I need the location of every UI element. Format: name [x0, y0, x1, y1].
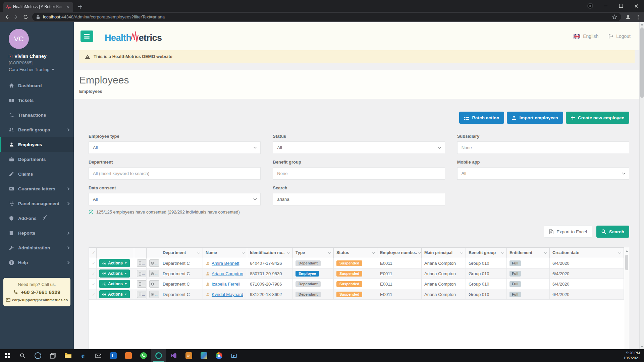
mobile-status-button[interactable]: ...	[137, 291, 147, 298]
consent-status-button[interactable]: ...	[149, 259, 159, 267]
status-select[interactable]: All	[273, 141, 445, 154]
notes-app-icon[interactable]	[181, 349, 196, 362]
identification-column-header[interactable]: Identification nu..	[247, 248, 293, 258]
system-tray[interactable]: 5:20 PM 19/7/2021	[624, 349, 644, 362]
minimize-button[interactable]	[598, 0, 613, 12]
scroll-up-icon[interactable]	[641, 23, 643, 25]
employee-name-link[interactable]: Amira Bennett	[212, 261, 239, 266]
cortana-button[interactable]	[30, 349, 45, 362]
scroll-up-icon[interactable]	[626, 250, 628, 252]
app-l-icon[interactable]: L	[106, 349, 121, 362]
main-principal-column-header[interactable]: Main principal	[422, 248, 466, 258]
movies-app-icon[interactable]	[226, 349, 241, 362]
whatsapp-icon[interactable]	[136, 349, 151, 362]
pycharm-icon[interactable]	[196, 349, 211, 362]
employee-name-link[interactable]: Kyndal Maynard	[212, 292, 243, 297]
page-scrollbar[interactable]	[639, 22, 644, 349]
file-explorer-icon[interactable]	[60, 349, 75, 362]
sidebar-item-panel-management[interactable]: Panel management	[0, 196, 74, 211]
active-browser-icon[interactable]	[151, 349, 166, 362]
employee-name-link[interactable]: Izabella Ferrell	[212, 282, 240, 287]
row-checkbox[interactable]	[89, 279, 97, 289]
browser-menu-icon[interactable]	[634, 13, 642, 21]
status-column-header[interactable]: Status	[334, 248, 377, 258]
export-to-excel-button[interactable]: Export to Excel	[544, 226, 592, 238]
benefit-group-input[interactable]: None	[273, 167, 445, 180]
browser-tab[interactable]: HealthMetrics | A Better Benefits	[3, 2, 73, 12]
entitlement-column-header[interactable]: Entitlement	[507, 248, 550, 258]
mobile-status-button[interactable]: ...	[137, 280, 147, 288]
bookmark-star-icon[interactable]	[612, 14, 617, 19]
sidebar-item-help[interactable]: ? Help	[0, 255, 74, 270]
sidebar-item-benefit-groups[interactable]: Benefit groups	[0, 122, 74, 137]
select-all-checkbox[interactable]	[89, 248, 97, 258]
language-selector[interactable]: English	[574, 34, 598, 39]
sidebar-item-tickets[interactable]: Tickets	[0, 93, 74, 108]
sidebar-item-add-ons[interactable]: Add-ons	[0, 211, 74, 226]
taskbar-search-button[interactable]	[15, 349, 30, 362]
company-selector[interactable]: Cara Fischer Trading	[9, 67, 69, 72]
search-button[interactable]: Search	[596, 226, 629, 238]
consent-status-button[interactable]: ...	[149, 280, 159, 288]
create-new-employee-button[interactable]: Create new employee	[566, 112, 629, 124]
task-view-button[interactable]	[45, 349, 60, 362]
sidebar-item-reports[interactable]: Reports	[0, 226, 74, 240]
mail-icon[interactable]	[91, 349, 106, 362]
page-scroll-thumb[interactable]	[640, 27, 644, 98]
import-employees-button[interactable]: Import employees	[507, 112, 563, 124]
data-consent-select[interactable]: All	[89, 193, 261, 205]
consent-status-button[interactable]: ...	[149, 291, 159, 298]
sidebar-item-guarantee-letters[interactable]: Guarantee letters	[0, 181, 74, 196]
logout-button[interactable]: Logout	[608, 34, 631, 39]
employee-number-column-header[interactable]: Employee numbe..	[377, 248, 422, 258]
forward-icon[interactable]	[11, 12, 21, 22]
name-column-header[interactable]: Name	[203, 248, 247, 258]
row-actions-button[interactable]: Actions	[99, 259, 130, 267]
sidebar-item-transactions[interactable]: Transactions	[0, 108, 74, 122]
row-checkbox[interactable]	[89, 289, 97, 300]
creation-date-column-header[interactable]: Creation date	[550, 248, 624, 258]
sidebar-item-employees[interactable]: Employees	[0, 137, 74, 152]
profile-avatar-icon[interactable]	[623, 12, 633, 22]
refresh-icon[interactable]	[21, 12, 30, 22]
app-orange-icon[interactable]	[121, 349, 136, 362]
table-scrollbar[interactable]	[624, 247, 629, 349]
mobile-status-button[interactable]: ...	[137, 259, 147, 267]
row-actions-button[interactable]: Actions	[99, 269, 130, 278]
employee-type-select[interactable]: All	[89, 141, 261, 154]
row-actions-button[interactable]: Actions	[99, 290, 130, 298]
table-scroll-thumb[interactable]	[625, 255, 628, 270]
batch-action-button[interactable]: Batch action	[459, 112, 504, 124]
back-icon[interactable]	[2, 12, 11, 22]
hamburger-menu-button[interactable]	[80, 31, 93, 42]
sidebar-item-departments[interactable]: Departments	[0, 152, 74, 167]
mobile-app-select[interactable]: All	[457, 167, 629, 180]
chrome-icon[interactable]	[211, 349, 226, 362]
consent-status-button[interactable]: ...	[149, 270, 159, 277]
row-checkbox[interactable]	[89, 268, 97, 279]
new-tab-button[interactable]	[76, 2, 85, 11]
benefit-group-column-header[interactable]: Benefit group	[466, 248, 507, 258]
row-checkbox[interactable]	[89, 258, 97, 268]
department-column-header[interactable]: Department	[160, 248, 203, 258]
type-column-header[interactable]: Type	[293, 248, 334, 258]
url-bar[interactable]: localhost:44348/Admin#/corporate/employe…	[32, 13, 621, 21]
edge-icon[interactable]: e	[75, 349, 91, 362]
subsidiary-input[interactable]: None	[457, 141, 629, 154]
record-indicator-icon[interactable]	[587, 3, 593, 9]
sidebar-item-administration[interactable]: Administration	[0, 240, 74, 255]
scroll-down-icon[interactable]	[641, 346, 643, 348]
taskbar-clock[interactable]: 5:20 PM 19/7/2021	[624, 351, 640, 361]
sidebar-item-dashboard[interactable]: Dashboard	[0, 78, 74, 93]
close-button[interactable]	[629, 0, 644, 12]
row-actions-button[interactable]: Actions	[99, 280, 130, 288]
department-input[interactable]: All (Insert keyword to search)	[89, 167, 261, 180]
visual-studio-icon[interactable]	[166, 349, 181, 362]
mobile-status-button[interactable]: ...	[137, 270, 147, 277]
employee-name-link[interactable]: Ariana Compton	[212, 271, 243, 276]
help-email[interactable]: corp-support@healthmetrics.co	[5, 298, 68, 302]
tab-close-icon[interactable]	[65, 4, 70, 9]
start-button[interactable]	[0, 349, 15, 362]
sidebar-item-claims[interactable]: Claims	[0, 167, 74, 181]
search-input[interactable]: ariana	[273, 193, 445, 205]
